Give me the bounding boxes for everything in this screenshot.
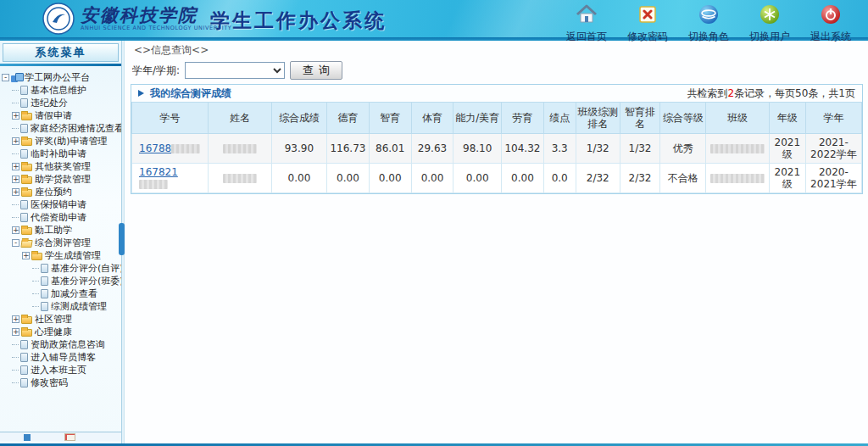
doc-icon	[20, 98, 28, 108]
doc-icon	[20, 340, 28, 349]
sidebar-item[interactable]: -学工网办公平台	[0, 71, 121, 84]
sidebar-item[interactable]: 基本信息维护	[0, 84, 121, 97]
table-cell: 2/32	[620, 164, 659, 193]
sidebar-item[interactable]: +勤工助学	[0, 224, 121, 237]
results-panel-header: 我的综合测评成绩 共检索到2条记录，每页50条，共1页	[131, 85, 862, 102]
section-title-wrap: 我的综合测评成绩	[138, 86, 231, 101]
sidebar-item[interactable]: +助学贷款管理	[0, 173, 121, 186]
tree-connector	[12, 370, 19, 371]
nav-switch-role[interactable]: 切换角色	[685, 3, 732, 44]
logout-power-icon	[820, 3, 842, 29]
sidebar-item[interactable]: +社区管理	[0, 313, 121, 326]
tree-connector	[32, 281, 39, 282]
student-id-link[interactable]: 16788	[139, 142, 200, 154]
folder-icon	[21, 316, 32, 324]
doc-icon	[20, 353, 28, 362]
column-header: 劳育	[502, 103, 544, 134]
sidebar-item[interactable]: 基准分评分(班委)	[0, 275, 121, 287]
sidebar-item[interactable]: +请假申请	[0, 109, 121, 122]
table-cell: 98.10	[453, 134, 502, 164]
folder-icon	[21, 113, 32, 120]
expand-plus-icon[interactable]: +	[22, 252, 30, 259]
column-header: 德育	[327, 103, 370, 134]
sidebar-item[interactable]: 进入本班主页	[0, 364, 121, 376]
expand-minus-icon[interactable]: -	[12, 239, 19, 247]
table-cell: 116.73	[327, 134, 370, 164]
expand-plus-icon[interactable]: +	[12, 188, 19, 196]
table-cell: 2021-2022学年	[805, 134, 861, 164]
expand-plus-icon[interactable]: +	[12, 315, 19, 323]
section-arrow-icon	[138, 90, 144, 97]
nav-switch-user[interactable]: 切换用户	[746, 3, 793, 44]
column-header: 体育	[411, 103, 453, 134]
sidebar-item-label: 其他获奖管理	[35, 160, 91, 173]
folder-icon	[21, 189, 32, 197]
sidebar-item[interactable]: 资助政策信息咨询	[0, 338, 121, 351]
table-cell: 93.90	[271, 134, 326, 164]
sidebar-item-label: 违纪处分	[31, 97, 68, 109]
folder-icon	[21, 164, 32, 171]
sidebar-item[interactable]: +其他获奖管理	[0, 160, 121, 173]
sidebar-item[interactable]: 综测成绩管理	[0, 300, 121, 313]
sidebar-item-label: 勤工助学	[35, 224, 72, 237]
student-name-cell	[209, 164, 272, 193]
sidebar-item-label: 进入本班主页	[31, 364, 86, 376]
sidebar-item[interactable]: +学生成绩管理	[0, 249, 121, 262]
sidebar-item[interactable]: 代偿资助申请	[0, 211, 121, 224]
folder-icon	[21, 227, 32, 235]
sidebar-item[interactable]: -综合测评管理	[0, 237, 121, 249]
sidebar-collapse-handle[interactable]	[119, 223, 125, 255]
expand-plus-icon[interactable]: +	[12, 328, 19, 336]
sidebar-item[interactable]: 进入辅导员博客	[0, 351, 121, 364]
table-cell: 不合格	[660, 164, 706, 193]
column-header: 年级	[769, 103, 805, 134]
nav-change-password[interactable]: 修改密码	[624, 3, 671, 44]
class-name-redacted	[710, 174, 765, 183]
nav-return-home[interactable]: 返回首页	[563, 3, 610, 44]
tree-connector	[12, 153, 19, 154]
expand-plus-icon[interactable]: +	[12, 112, 19, 120]
sidebar-item-label: 医保报销申请	[31, 198, 86, 211]
doc-icon	[20, 149, 28, 159]
student-id-link[interactable]: 167821	[139, 166, 178, 190]
summary-suffix: 条记录，每页50条，共1页	[734, 87, 855, 99]
expand-minus-icon[interactable]: -	[2, 74, 9, 81]
table-cell: 2020-2021学年	[805, 164, 861, 193]
expand-plus-icon[interactable]: +	[12, 163, 19, 170]
sidebar-item[interactable]: 违纪处分	[0, 97, 121, 109]
column-header: 智育	[369, 103, 411, 134]
sidebar-item[interactable]: 修改密码	[0, 376, 121, 389]
sidebar-item-label: 临时补助申请	[31, 148, 86, 160]
sidebar-item[interactable]: 医保报销申请	[0, 198, 121, 211]
header-nav: 返回首页 修改密码	[563, 3, 854, 44]
table-cell: 优秀	[660, 134, 706, 164]
results-panel: 我的综合测评成绩 共检索到2条记录，每页50条，共1页 学号姓名综合成绩德育智育…	[131, 84, 863, 194]
sidebar-item[interactable]: 家庭经济困难情况查看	[0, 122, 121, 135]
footer-square-icon	[24, 434, 31, 441]
sidebar-item[interactable]: 临时补助申请	[0, 148, 121, 160]
nav-label: 退出系统	[810, 30, 851, 44]
tree-connector	[12, 382, 19, 383]
sidebar-item[interactable]: 基准分评分(自评)	[0, 262, 121, 275]
doc-icon	[20, 200, 28, 209]
query-button[interactable]: 查询	[290, 61, 342, 80]
sidebar-item[interactable]: +心理健康	[0, 326, 121, 338]
folder-icon	[21, 176, 32, 184]
table-row: 1678210.000.000.000.000.000.000.02/322/3…	[132, 164, 862, 193]
column-header: 学年	[805, 103, 861, 134]
year-term-select[interactable]	[185, 62, 285, 79]
table-cell: 1/32	[620, 134, 659, 164]
table-cell: 0.00	[453, 164, 502, 193]
expand-plus-icon[interactable]: +	[12, 176, 19, 183]
sidebar-item-label: 社区管理	[35, 313, 72, 326]
nav-exit-system[interactable]: 退出系统	[807, 3, 854, 44]
sidebar-item[interactable]: +座位预约	[0, 186, 121, 198]
expand-plus-icon[interactable]: +	[12, 226, 19, 234]
sidebar-item[interactable]: 加减分查看	[0, 287, 121, 300]
table-cell: 1/32	[576, 134, 620, 164]
expand-plus-icon[interactable]: +	[12, 137, 19, 145]
sidebar-item[interactable]: +评奖(助)申请管理	[0, 135, 121, 148]
sidebar-title: 系统菜单	[3, 43, 119, 62]
sidebar-item-label: 心理健康	[35, 326, 72, 338]
table-cell: 0.00	[369, 164, 411, 193]
